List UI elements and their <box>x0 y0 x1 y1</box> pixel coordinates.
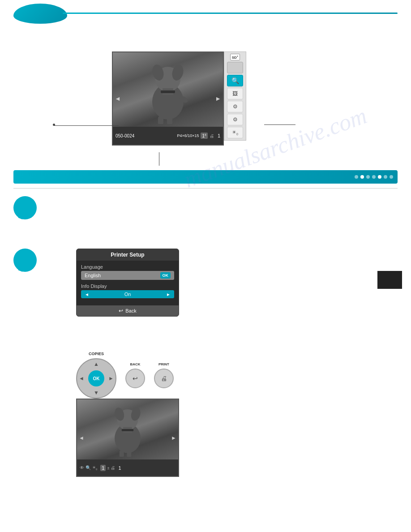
dot-4 <box>372 175 376 179</box>
svg-rect-20 <box>127 450 131 457</box>
header-decoration <box>0 0 411 27</box>
lcd-bottom-bar: 050-0024 P4×6/10×15 1± 🖨 1 <box>113 127 223 145</box>
sidebar-settings2-btn[interactable]: ⚙ <box>227 114 243 125</box>
language-field[interactable]: English OK <box>81 271 174 280</box>
info-display-field[interactable]: ◄ On ► <box>81 290 174 298</box>
annotation-line-right <box>264 124 295 125</box>
dot-5 <box>378 175 381 179</box>
bottom-lcd-brightness-icon: ☀0 <box>92 465 97 471</box>
lcd-copies-indicator: 1± <box>201 133 207 139</box>
bottom-lcd-copies: 1 <box>100 465 106 471</box>
search-icon: 🔍 <box>231 77 239 84</box>
brightness-icon: ☀0 <box>232 129 238 136</box>
svg-point-9 <box>13 196 37 219</box>
dot-3 <box>366 175 370 179</box>
controller-area: COPIES ▲ ▼ ◄ ► OK BACK ↩ PRINT 🖨 <box>76 358 174 399</box>
step1-bubble <box>13 196 37 219</box>
settings1-icon: ⚙ <box>233 103 238 110</box>
language-label: Language <box>81 264 174 270</box>
lcd-print-icon: 🖨 <box>210 133 214 138</box>
annotation-dot-left <box>53 124 55 126</box>
svg-point-11 <box>13 249 37 272</box>
copies-label: COPIES <box>89 352 104 356</box>
bottom-lcd-count: 1 <box>118 465 121 471</box>
image-icon: 🖼 <box>232 90 238 97</box>
svg-rect-7 <box>167 116 172 124</box>
sidebar-brightness-btn[interactable]: ☀0 <box>227 127 243 138</box>
language-value: English <box>85 273 101 278</box>
section-bar <box>13 170 398 184</box>
svg-rect-5 <box>161 90 175 93</box>
print-button[interactable]: PRINT 🖨 <box>154 369 174 388</box>
dog-silhouette <box>141 59 195 124</box>
header-line <box>63 13 398 14</box>
print-btn-icon: 🖨 <box>161 375 167 382</box>
dialog-back-btn[interactable]: ↩ Back <box>77 305 179 316</box>
lcd-file-number: 050-0024 <box>116 133 175 138</box>
back-button[interactable]: BACK ↩ <box>125 369 145 388</box>
bottom-lcd-print-icon: 🖨 <box>111 465 115 470</box>
svg-rect-19 <box>120 450 124 457</box>
info-display-label: Info Display <box>81 283 174 289</box>
printer-setup-dialog: Printer Setup Language English OK Info D… <box>76 249 179 317</box>
bottom-lcd-eye-icon: 👁 <box>80 465 84 470</box>
step2-bubble-svg <box>13 249 37 275</box>
dot-6 <box>384 175 387 179</box>
divider-line <box>13 188 398 189</box>
step2-bubble <box>13 249 37 272</box>
svg-rect-18 <box>122 429 133 431</box>
d-right-arrow[interactable]: ► <box>108 375 114 382</box>
info-display-value: On <box>124 292 131 297</box>
dot-1 <box>355 175 358 179</box>
annotation-line-left <box>54 125 119 126</box>
sidebar-search-btn[interactable]: 🔍 <box>227 75 243 86</box>
lcd-nav-left: ◄ <box>115 95 121 102</box>
annotation-line-bottom <box>159 152 159 166</box>
d-pad[interactable]: ▲ ▼ ◄ ► OK <box>76 358 116 399</box>
bottom-lcd-nav-right: ► <box>171 435 176 441</box>
svg-rect-6 <box>158 116 163 124</box>
lcd-nav-right: ► <box>215 95 221 102</box>
back-icon: ↩ <box>119 308 123 314</box>
back-btn-icon: ↩ <box>133 375 138 382</box>
top-lcd-section: ◄ ► <box>112 51 246 146</box>
sidebar-image-btn[interactable]: 🖼 <box>227 88 243 99</box>
bottom-lcd-bar: 👁 🔍 ☀0 1 ± 🖨 1 <box>77 459 178 476</box>
lcd-dog-image <box>113 52 223 129</box>
bottom-lcd-plus-icon: ± <box>107 466 109 470</box>
step1-bubble-svg <box>13 196 37 223</box>
page-indicator <box>377 271 402 289</box>
bottom-lcd-search-icon: 🔍 <box>86 465 91 470</box>
sidebar-settings1-btn[interactable]: ⚙ <box>227 101 243 112</box>
back-btn-label: BACK <box>130 362 140 366</box>
d-pad-wrapper: COPIES ▲ ▼ ◄ ► OK <box>76 358 116 399</box>
sidebar-gray-btn[interactable] <box>227 62 243 73</box>
dot-2 <box>360 175 364 179</box>
bottom-lcd: ◄ ► 👁 🔍 ☀0 1 ± 🖨 1 <box>76 399 179 477</box>
dialog-body: Language English OK Info Display ◄ On ► <box>77 261 179 305</box>
bottom-lcd-image <box>77 399 178 461</box>
print-btn-label: PRINT <box>158 362 169 366</box>
dot-indicators <box>355 175 393 179</box>
sd-badge: SD+ <box>230 54 240 60</box>
arrow-left-icon: ◄ <box>85 292 89 297</box>
d-up-arrow[interactable]: ▲ <box>94 361 99 367</box>
d-down-arrow[interactable]: ▼ <box>94 390 99 396</box>
main-lcd-screen: ◄ ► <box>112 51 224 146</box>
arrow-right-icon: ► <box>166 292 171 297</box>
bottom-lcd-nav-left: ◄ <box>79 435 84 441</box>
lcd-size-info: P4×6/10×15 <box>177 133 199 138</box>
dot-7 <box>390 175 393 179</box>
dialog-title: Printer Setup <box>77 249 179 261</box>
d-left-arrow[interactable]: ◄ <box>79 375 84 382</box>
back-label: Back <box>125 308 136 313</box>
ok-button[interactable]: OK <box>160 272 171 279</box>
ok-center-btn[interactable]: OK <box>88 370 104 386</box>
sidebar-panel: SD+ 🔍 🖼 ⚙ ⚙ ☀0 <box>224 51 246 141</box>
bottom-dog-silhouette <box>105 403 150 457</box>
header-blob <box>13 4 67 24</box>
settings2-icon: ⚙ <box>233 116 238 123</box>
lcd-count: 1 <box>218 133 220 138</box>
